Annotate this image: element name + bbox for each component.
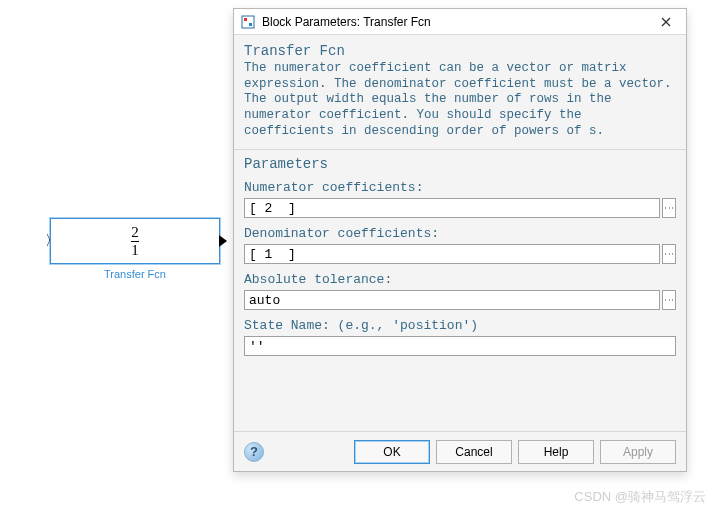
block-body[interactable]: 〉 2 1 bbox=[50, 218, 220, 264]
denominator-more-button[interactable]: ⋮ bbox=[662, 244, 676, 264]
statename-input[interactable] bbox=[244, 336, 676, 356]
numerator-more-button[interactable]: ⋮ bbox=[662, 198, 676, 218]
watermark: CSDN @骑神马驾浮云 bbox=[574, 488, 706, 506]
output-port-icon bbox=[219, 235, 227, 247]
section-title: Transfer Fcn bbox=[244, 43, 676, 59]
statename-label: State Name: (e.g., 'position') bbox=[244, 318, 676, 333]
help-button[interactable]: Help bbox=[518, 440, 594, 464]
close-icon bbox=[661, 17, 671, 27]
titlebar[interactable]: Block Parameters: Transfer Fcn bbox=[234, 9, 686, 35]
block-caption: Transfer Fcn bbox=[50, 268, 220, 280]
close-button[interactable] bbox=[648, 9, 684, 34]
dialog-footer: ? OK Cancel Help Apply bbox=[234, 431, 686, 471]
context-help-icon[interactable]: ? bbox=[244, 442, 264, 462]
cancel-button[interactable]: Cancel bbox=[436, 440, 512, 464]
input-port-icon: 〉 bbox=[45, 232, 59, 250]
transfer-fcn-block[interactable]: 〉 2 1 Transfer Fcn bbox=[50, 218, 220, 280]
denominator-label: Denominator coefficients: bbox=[244, 226, 676, 241]
separator bbox=[234, 149, 686, 150]
parameters-heading: Parameters bbox=[244, 156, 676, 172]
abstol-label: Absolute tolerance: bbox=[244, 272, 676, 287]
section-description: The numerator coefficient can be a vecto… bbox=[244, 61, 676, 139]
dialog-body: Transfer Fcn The numerator coefficient c… bbox=[234, 35, 686, 431]
ok-button[interactable]: OK bbox=[354, 440, 430, 464]
denominator-input[interactable] bbox=[244, 244, 660, 264]
svg-rect-1 bbox=[244, 18, 247, 21]
simulink-icon bbox=[240, 14, 256, 30]
block-denominator: 1 bbox=[131, 241, 139, 258]
svg-rect-0 bbox=[242, 16, 254, 28]
svg-rect-2 bbox=[249, 23, 252, 26]
dialog-title: Block Parameters: Transfer Fcn bbox=[262, 15, 648, 29]
apply-button: Apply bbox=[600, 440, 676, 464]
numerator-input[interactable] bbox=[244, 198, 660, 218]
block-numerator: 2 bbox=[131, 225, 139, 240]
numerator-label: Numerator coefficients: bbox=[244, 180, 676, 195]
block-parameters-dialog: Block Parameters: Transfer Fcn Transfer … bbox=[233, 8, 687, 472]
abstol-input[interactable] bbox=[244, 290, 660, 310]
abstol-more-button[interactable]: ⋮ bbox=[662, 290, 676, 310]
block-fraction: 2 1 bbox=[131, 225, 139, 258]
